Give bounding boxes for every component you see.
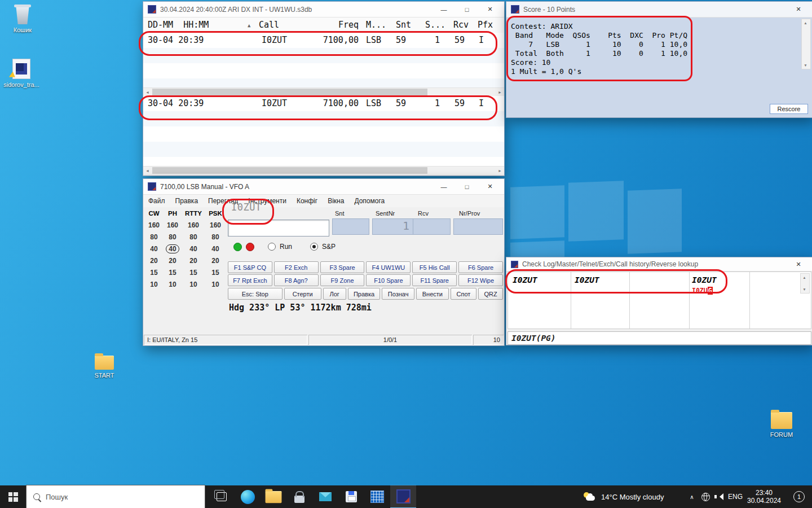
band-button[interactable]: 15 (189, 269, 197, 277)
scroll-right-icon[interactable]: ► (496, 167, 504, 175)
check-call-log[interactable]: I0ZUT (513, 275, 537, 284)
nrprov-field[interactable] (453, 218, 503, 235)
column-header-call[interactable]: Call (259, 20, 279, 30)
esc-stop-button[interactable]: Esc: Stop (228, 288, 283, 300)
volume-button[interactable] (712, 485, 725, 508)
band-button[interactable]: 160 (188, 221, 199, 229)
wipe-button[interactable]: Стерти (284, 288, 321, 300)
spot-button[interactable]: Спот (451, 288, 477, 300)
store-button[interactable]: Внести (416, 288, 449, 300)
f11-button[interactable]: F11 Spare (412, 274, 457, 286)
f4-button[interactable]: F4 UW1WU (366, 261, 411, 273)
language-indicator[interactable]: ENG (726, 485, 744, 508)
check-call-partial[interactable]: I0ZUG (692, 287, 713, 295)
vertical-scrollbar[interactable]: ▲ ▼ (800, 273, 810, 294)
band-button[interactable]: 10 (189, 281, 197, 288)
log-column-header[interactable]: DD-MM HH:MM ▲ Call Freq M... Snt S... Rc… (143, 17, 504, 33)
band-button[interactable]: 10 (211, 281, 219, 288)
clock[interactable]: 23:40 30.04.2024 (745, 485, 783, 508)
band-button[interactable]: 20 (169, 257, 176, 265)
close-icon[interactable]: ✕ (789, 258, 808, 270)
band-button[interactable]: 15 (150, 269, 157, 277)
scroll-left-icon[interactable]: ◄ (143, 167, 152, 175)
taskbar-app-security[interactable] (286, 485, 312, 508)
band-button[interactable]: 80 (150, 233, 157, 241)
column-header-mode[interactable]: M... (366, 20, 386, 30)
check-window-titlebar[interactable]: Check Log/Master/Telnet/Exch/Call histor… (506, 257, 812, 271)
taskbar-app-mail[interactable] (312, 485, 338, 508)
f3-button[interactable]: F3 Spare (320, 261, 365, 273)
score-window-titlebar[interactable]: Score - 10 Points ✕ (506, 2, 812, 17)
band-button[interactable]: 40 (211, 245, 219, 253)
menu-edit[interactable]: Правка (170, 197, 204, 205)
maximize-icon[interactable]: □ (457, 179, 476, 194)
close-icon[interactable]: ✕ (480, 179, 500, 194)
f9-button[interactable]: F9 Zone (320, 274, 365, 286)
sentnr-field[interactable]: 1 (372, 218, 413, 235)
band-button[interactable]: 20 (189, 257, 197, 265)
scroll-right-icon[interactable]: ► (496, 88, 504, 97)
snt-field[interactable] (332, 218, 369, 235)
desktop-icon-start-folder[interactable]: START (86, 356, 122, 379)
desktop-icon-sidorov[interactable]: sidorov_tra... (3, 59, 39, 88)
tray-overflow-button[interactable]: ∧ (686, 485, 698, 508)
f8-button[interactable]: F8 Agn? (274, 274, 319, 286)
maximize-icon[interactable]: □ (457, 2, 476, 17)
column-header-datetime[interactable]: DD-MM HH:MM (148, 20, 209, 30)
column-header-s[interactable]: S... (425, 20, 445, 30)
run-radio[interactable] (268, 243, 276, 251)
scrollbar-thumb[interactable] (152, 89, 427, 95)
network-button[interactable] (699, 485, 712, 508)
band-button-selected[interactable]: 40 (166, 244, 179, 253)
entry-window-titlebar[interactable]: 7100,00 LSB Manual - VFO A — □ ✕ (143, 179, 504, 195)
column-header-snt[interactable]: Snt (396, 20, 411, 30)
column-header-pfx[interactable]: Pfx (478, 20, 493, 30)
edit-button[interactable]: Правка (348, 288, 381, 300)
scroll-left-icon[interactable]: ◄ (143, 88, 152, 97)
scroll-down-icon[interactable]: ▼ (801, 286, 808, 293)
rescore-button[interactable]: Rescore (770, 104, 808, 114)
taskbar-app-n1mm[interactable] (390, 485, 416, 508)
vertical-scrollbar[interactable]: ▲ ▼ (801, 19, 811, 69)
f10-button[interactable]: F10 Spare (366, 274, 411, 286)
column-header-freq[interactable]: Freq (324, 20, 359, 30)
taskbar-app-grid[interactable] (364, 485, 390, 508)
log-button[interactable]: Лог (323, 288, 346, 300)
f12-button[interactable]: F12 Wipe (458, 274, 503, 286)
column-header-rcv[interactable]: Rcv (453, 20, 469, 30)
band-button[interactable]: 80 (189, 233, 197, 241)
log-row[interactable]: 30-04 20:39 I0ZUT 7100,00 LSB 59 1 59 I (143, 96, 504, 111)
log-window-titlebar[interactable]: 30.04.2024 20:40:00Z ARI DX INT - UW1WU.… (143, 2, 504, 17)
band-button[interactable]: 15 (169, 269, 176, 277)
notification-button[interactable]: 1 (789, 485, 809, 508)
menu-config[interactable]: Конфіг (292, 197, 323, 205)
scroll-down-icon[interactable]: ▼ (802, 62, 809, 69)
band-button[interactable]: 10 (150, 281, 157, 288)
mark-button[interactable]: Познач (382, 288, 414, 300)
scrollbar-thumb[interactable] (152, 167, 427, 174)
f5-button[interactable]: F5 His Call (412, 261, 457, 273)
scroll-up-icon[interactable]: ▲ (802, 19, 809, 27)
rcv-field[interactable] (413, 218, 451, 235)
taskbar-app-explorer[interactable] (261, 485, 286, 508)
f2-button[interactable]: F2 Exch (274, 261, 319, 273)
band-button[interactable]: 15 (211, 269, 219, 277)
taskbar-app-save[interactable] (338, 485, 364, 508)
check-reverse-lookup[interactable]: I0ZUT(PG) (508, 331, 811, 345)
desktop-icon-forum-folder[interactable]: FORUM (764, 412, 800, 438)
search-input[interactable]: Пошук (26, 485, 205, 508)
callsign-input[interactable] (228, 220, 329, 237)
check-call-history[interactable]: I0ZUT (692, 275, 717, 284)
weather-widget[interactable]: 14°C Mostly cloudy (584, 485, 664, 508)
band-button[interactable]: 80 (211, 233, 219, 241)
taskbar-app-edge[interactable] (235, 485, 261, 508)
menu-file[interactable]: Файл (143, 197, 170, 205)
menu-windows[interactable]: Вікна (323, 197, 349, 205)
f1-button[interactable]: F1 S&P CQ (228, 261, 272, 273)
horizontal-scrollbar[interactable]: ◄ ► (143, 166, 504, 176)
menu-help[interactable]: Допомога (349, 197, 390, 205)
minimize-icon[interactable]: — (434, 2, 453, 17)
desktop-icon-recycle-bin[interactable]: Кошик (5, 5, 41, 33)
band-button[interactable]: 80 (169, 233, 176, 241)
band-button[interactable]: 10 (169, 281, 176, 288)
